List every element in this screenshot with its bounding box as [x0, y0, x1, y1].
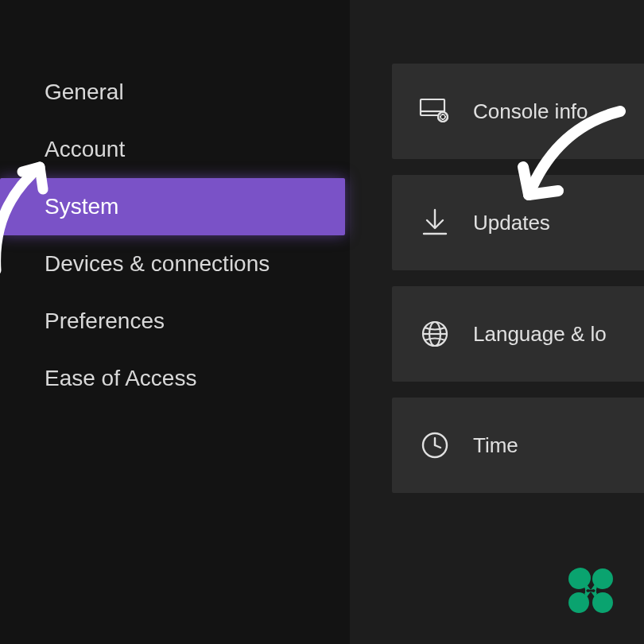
tile-label: Time — [473, 433, 518, 458]
tile-label: Updates — [473, 211, 550, 235]
sidebar-item-ease-of-access[interactable]: Ease of Access — [0, 350, 350, 407]
tile-label: Language & lo — [473, 322, 607, 347]
svg-line-19 — [435, 445, 440, 448]
svg-line-8 — [440, 114, 441, 115]
brand-logo — [561, 563, 620, 622]
clock-icon — [419, 429, 451, 461]
sidebar-item-label: General — [45, 80, 124, 105]
tile-language-location[interactable]: Language & lo — [392, 286, 644, 382]
sidebar-item-general[interactable]: General — [0, 64, 350, 121]
tile-updates[interactable]: Updates — [392, 175, 644, 270]
tile-label: Console info — [473, 99, 588, 124]
sidebar-item-devices[interactable]: Devices & connections — [0, 235, 350, 293]
sidebar-item-label: Preferences — [45, 308, 165, 334]
settings-sidebar: General Account System Devices & connect… — [0, 0, 350, 644]
svg-line-11 — [444, 114, 445, 115]
globe-icon — [419, 318, 451, 350]
sidebar-item-label: Devices & connections — [45, 251, 270, 277]
sidebar-item-system[interactable]: System — [0, 178, 345, 235]
download-icon — [419, 207, 451, 239]
sidebar-item-label: System — [45, 194, 118, 219]
tile-time[interactable]: Time — [392, 398, 644, 493]
svg-line-10 — [440, 118, 441, 119]
system-tiles-panel: Console info Updates — [362, 0, 644, 644]
tile-console-info[interactable]: Console info — [392, 64, 644, 159]
console-info-icon — [419, 95, 451, 127]
svg-line-9 — [444, 118, 445, 119]
sidebar-item-label: Account — [45, 137, 125, 162]
sidebar-item-label: Ease of Access — [45, 366, 196, 391]
sidebar-item-preferences[interactable]: Preferences — [0, 293, 350, 350]
sidebar-item-account[interactable]: Account — [0, 121, 350, 178]
